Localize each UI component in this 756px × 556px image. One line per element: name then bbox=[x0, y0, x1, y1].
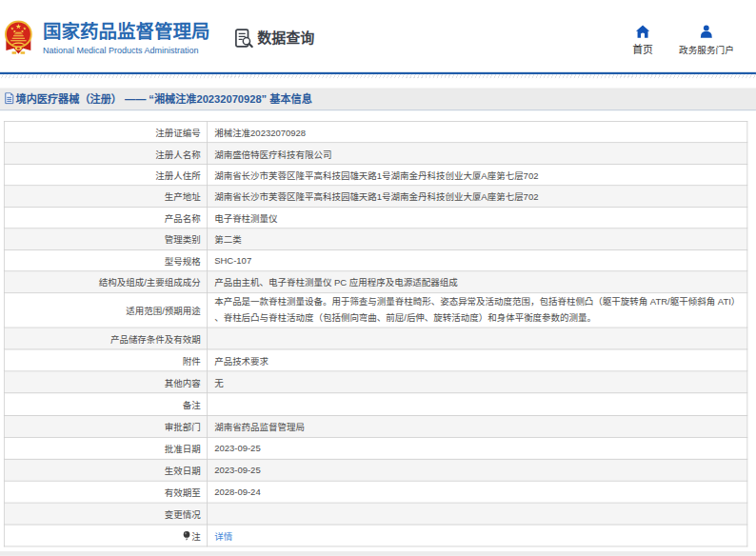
national-emblem-icon bbox=[3, 20, 35, 54]
document-search-icon bbox=[234, 29, 254, 49]
field-label-text: 其他内容 bbox=[165, 378, 201, 388]
nav-portal-label: 政务服务门户 bbox=[679, 45, 734, 55]
field-value: 电子脊柱测量仪 bbox=[207, 207, 746, 228]
field-label: 注 bbox=[4, 525, 207, 546]
field-value: 湖南省长沙市芙蓉区隆平高科技园雄天路1号湖南金丹科技创业大厦A座第七层702 bbox=[207, 186, 746, 207]
field-value: 湖南省长沙市芙蓉区隆平高科技园雄天路1号湖南金丹科技创业大厦A座第七层702 bbox=[207, 164, 746, 185]
detail-link[interactable]: 详情 bbox=[214, 531, 232, 542]
table-row: 注册人住所湖南省长沙市芙蓉区隆平高科技园雄天路1号湖南金丹科技创业大厦A座第七层… bbox=[4, 164, 746, 185]
field-label-text: 生产地址 bbox=[165, 192, 201, 203]
field-label: 生产地址 bbox=[4, 186, 207, 207]
field-label: 管理类别 bbox=[4, 228, 207, 249]
field-label: 产品储存条件及有效期 bbox=[4, 328, 207, 349]
field-label: 其他内容 bbox=[4, 371, 207, 393]
field-label: 批准日期 bbox=[4, 437, 207, 459]
field-value bbox=[207, 328, 746, 349]
field-label: 有效期至 bbox=[4, 481, 207, 503]
field-value: 第二类 bbox=[207, 228, 746, 249]
info-table-body: 注册证编号湘械注准20232070928注册人名称湖南盛倍特医疗科技有限公司注册… bbox=[4, 121, 746, 546]
table-row: 产品名称电子脊柱测量仪 bbox=[4, 207, 746, 228]
field-label-text: 审批部门 bbox=[165, 422, 201, 432]
field-value: SHC-107 bbox=[207, 249, 746, 270]
field-label: 附件 bbox=[4, 349, 207, 371]
table-row: 注册证编号湘械注准20232070928 bbox=[4, 121, 746, 142]
table-row: 管理类别第二类 bbox=[4, 228, 746, 249]
field-label: 型号规格 bbox=[4, 249, 207, 270]
user-icon bbox=[700, 25, 713, 38]
page: 国家药品监督管理局 National Medical Products Admi… bbox=[0, 0, 756, 556]
data-query-section[interactable]: 数据查询 bbox=[234, 29, 314, 49]
info-table: 注册证编号湘械注准20232070928注册人名称湖南盛倍特医疗科技有限公司注册… bbox=[4, 121, 747, 546]
field-label-text: 有效期至 bbox=[165, 487, 201, 498]
field-label-text: 产品名称 bbox=[165, 213, 201, 224]
table-row: 备注 bbox=[4, 393, 746, 415]
table-row: 其他内容无 bbox=[4, 371, 746, 393]
breadcrumb: 境内医疗器械（注册） —— “湘械注准20232070928” 基本信息 bbox=[16, 91, 312, 107]
field-label-text: 注册人名称 bbox=[155, 149, 200, 160]
table-row: 注详情 bbox=[4, 525, 746, 546]
table-row: 产品储存条件及有效期 bbox=[4, 328, 746, 349]
note-balloon-icon bbox=[183, 531, 190, 541]
footer-strip bbox=[0, 551, 756, 556]
field-label-text: 型号规格 bbox=[165, 256, 201, 267]
table-row: 结构及组成/主要组成成分产品由主机、电子脊柱测量仪 PC 应用程序及电源适配器组… bbox=[4, 271, 746, 292]
table-row: 附件产品技术要求 bbox=[4, 349, 746, 371]
table-row: 型号规格SHC-107 bbox=[4, 249, 746, 270]
breadcrumb-bar: 境内医疗器械（注册） —— “湘械注准20232070928” 基本信息 bbox=[0, 88, 756, 110]
field-value bbox=[207, 503, 746, 525]
table-row: 注册人名称湖南盛倍特医疗科技有限公司 bbox=[4, 143, 746, 164]
field-label: 适用范围/预期用途 bbox=[4, 292, 207, 328]
site-header: 国家药品监督管理局 National Medical Products Admi… bbox=[0, 0, 756, 72]
table-row: 审批部门湖南省药品监督管理局 bbox=[4, 415, 746, 437]
field-label: 生效日期 bbox=[4, 459, 207, 481]
field-value: 2028-09-24 bbox=[207, 481, 746, 503]
agency-name-cn: 国家药品监督管理局 bbox=[43, 23, 210, 43]
field-label-text: 注 bbox=[191, 531, 200, 542]
field-value: 湖南盛倍特医疗科技有限公司 bbox=[207, 143, 746, 164]
field-label: 产品名称 bbox=[4, 207, 207, 228]
document-icon bbox=[5, 93, 14, 105]
table-row: 变更情况 bbox=[4, 503, 746, 525]
field-value: 产品技术要求 bbox=[207, 349, 746, 371]
field-label-text: 结构及组成/主要组成成分 bbox=[99, 278, 201, 288]
hatch-band bbox=[0, 74, 756, 78]
field-label-text: 管理类别 bbox=[165, 235, 201, 246]
agency-title-block: 国家药品监督管理局 National Medical Products Admi… bbox=[43, 23, 210, 56]
field-label-text: 变更情况 bbox=[165, 509, 201, 520]
field-label: 注册人住所 bbox=[4, 164, 207, 185]
field-label: 结构及组成/主要组成成分 bbox=[4, 271, 207, 292]
agency-name-en: National Medical Products Administration bbox=[43, 46, 210, 56]
home-icon bbox=[636, 25, 650, 38]
table-row: 有效期至2028-09-24 bbox=[4, 481, 746, 503]
field-value: 产品由主机、电子脊柱测量仪 PC 应用程序及电源适配器组成 bbox=[207, 271, 746, 292]
nav-portal[interactable]: 政务服务门户 bbox=[664, 25, 749, 56]
field-value: 详情 bbox=[207, 525, 746, 546]
field-value: 无 bbox=[207, 371, 746, 393]
table-row: 适用范围/预期用途本产品是一款脊柱测量设备。用于筛查与测量脊柱畸形、姿态异常及活… bbox=[4, 292, 746, 328]
field-value-line: 本产品是一款脊柱测量设备。用于筛查与测量脊柱畸形、姿态异常及活动度范围，包括脊柱… bbox=[214, 293, 742, 310]
field-label: 备注 bbox=[4, 393, 207, 415]
table-row: 生效日期2023-09-25 bbox=[4, 459, 746, 481]
field-label-text: 生效日期 bbox=[165, 466, 201, 476]
field-value: 湖南省药品监督管理局 bbox=[207, 415, 746, 437]
field-label: 注册证编号 bbox=[4, 121, 207, 142]
field-label-text: 备注 bbox=[183, 400, 201, 410]
breadcrumb-content: 境内医疗器械（注册） —— “湘械注准20232070928” 基本信息 bbox=[0, 88, 756, 109]
field-label-text: 产品储存条件及有效期 bbox=[110, 334, 201, 345]
field-value bbox=[207, 393, 746, 415]
field-value: 湘械注准20232070928 bbox=[207, 121, 746, 142]
field-label-text: 批准日期 bbox=[165, 444, 201, 454]
field-label-text: 注册证编号 bbox=[155, 128, 200, 138]
table-row: 批准日期2023-09-25 bbox=[4, 437, 746, 459]
registration-info-table: 注册证编号湘械注准20232070928注册人名称湖南盛倍特医疗科技有限公司注册… bbox=[4, 121, 747, 546]
field-value-line: 、脊柱后凸与脊柱活动度（包括侧向弯曲、前屈/后伸、旋转活动度）和身体平衡度参数的… bbox=[214, 310, 742, 328]
data-query-label: 数据查询 bbox=[257, 29, 314, 49]
field-label: 审批部门 bbox=[4, 415, 207, 437]
field-label-text: 附件 bbox=[183, 356, 201, 367]
field-value: 2023-09-25 bbox=[207, 437, 746, 459]
field-value: 2023-09-25 bbox=[207, 459, 746, 481]
field-label-text: 注册人住所 bbox=[155, 170, 200, 181]
field-label: 变更情况 bbox=[4, 503, 207, 525]
table-row: 生产地址湖南省长沙市芙蓉区隆平高科技园雄天路1号湖南金丹科技创业大厦A座第七层7… bbox=[4, 186, 746, 207]
field-label: 注册人名称 bbox=[4, 143, 207, 164]
